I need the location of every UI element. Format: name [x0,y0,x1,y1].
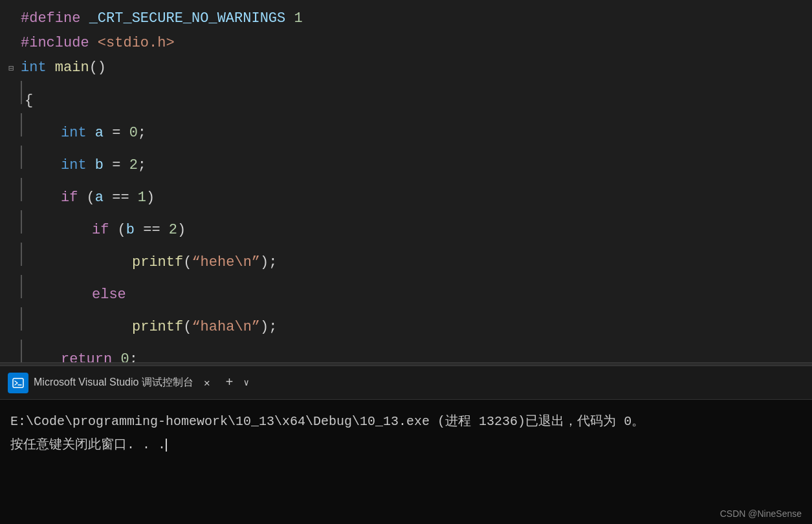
code-token: if [61,186,78,210]
code-line-6: int b = 2 ; [0,146,812,178]
terminal-wrapper: E:\Code\programming-homework\10_13\x64\D… [0,400,812,524]
vert-line [21,243,22,266]
code-token: == [104,186,138,210]
code-line-5: int a = 0 ; [0,113,812,146]
code-token: int [61,121,87,146]
code-token: ) [146,186,155,210]
code-token: b [126,218,135,243]
terminal-tab-label: Microsoft Visual Studio 调试控制台 [34,376,193,389]
vert-line [21,113,22,136]
code-line-7: if ( a == 1 ) [0,178,812,210]
code-token [47,56,55,80]
code-token [89,31,98,56]
code-token: a [95,186,104,210]
terminal-add-button[interactable]: + [226,375,234,390]
vert-line [21,275,22,298]
code-token: 1 [138,186,146,210]
vert-line [21,210,22,234]
code-token: a [95,121,104,146]
terminal-text: 按任意键关闭此窗口. . . [10,437,166,452]
terminal-line-1: E:\Code\programming-homework\10_13\x64\D… [10,410,802,433]
code-token: _CRT_SECURE_NO_WARNINGS [89,6,286,31]
watermark: CSDN @NineSense [720,508,802,519]
code-line-4: { [0,81,812,113]
code-token: ; [138,153,146,178]
code-token: “haha\n” [192,315,260,340]
code-token: <stdio.h> [98,31,175,56]
code-line-2: #include <stdio.h> [0,31,812,56]
terminal-line-2: 按任意键关闭此窗口. . . [10,433,802,457]
terminal-content: E:\Code\programming-homework\10_13\x64\D… [0,400,812,524]
terminal-icon [8,373,28,393]
terminal-chevron-button[interactable]: ∨ [244,377,249,388]
vert-line [21,307,22,331]
code-token: ); [260,250,277,275]
code-token: #include [21,31,89,56]
code-token: return [61,347,112,362]
code-token: ( [109,218,126,243]
code-token: int [21,56,47,80]
code-token: ) [177,218,186,243]
code-token: “hehe\n” [192,250,260,275]
code-token: else [92,283,126,307]
code-token: ( [183,315,192,340]
code-line-1: #define _CRT_SECURE_NO_WARNINGS 1 [0,6,812,31]
vert-line [21,81,22,104]
code-token: = [104,153,129,178]
code-editor: #define _CRT_SECURE_NO_WARNINGS 1 #inclu… [0,0,812,362]
code-token: b [95,153,104,178]
code-token [285,6,294,31]
vert-line [21,178,22,201]
code-token: int [61,153,87,178]
code-token: #define [21,6,80,31]
terminal-close-button[interactable]: ✕ [204,377,210,389]
code-token: 2 [169,218,177,243]
code-token [87,153,95,178]
code-line-11: printf ( “haha\n” ); [0,307,812,340]
code-line-10: else [0,275,812,307]
code-line-12: return 0 ; [0,340,812,362]
code-token: ( [183,250,192,275]
code-token: = [104,121,129,146]
collapse-icon[interactable]: ⊟ [8,56,14,81]
code-line-3: ⊟ int main () [0,56,812,81]
code-line-8: if ( b == 2 ) [0,210,812,243]
svg-rect-0 [13,378,23,388]
code-token: if [92,218,109,243]
code-token: ; [129,347,138,362]
code-token: 0 [120,347,129,362]
code-token: () [89,56,106,80]
code-token: main [55,56,89,80]
code-token [112,347,120,362]
vert-line [21,340,22,362]
terminal-cursor [166,439,167,452]
vert-line [21,146,22,169]
code-token: { [25,89,33,113]
code-token [80,6,89,31]
code-token: 0 [129,121,138,146]
code-token: printf [132,250,183,275]
terminal-tab-bar: Microsoft Visual Studio 调试控制台 ✕ + ∨ [0,366,812,400]
code-line-9: printf ( “hehe\n” ); [0,243,812,275]
code-token: ( [78,186,94,210]
code-token [87,121,95,146]
gutter-3: ⊟ [5,56,17,81]
code-token: printf [132,315,183,340]
code-token: 2 [129,153,138,178]
code-token: ; [138,121,146,146]
code-token: == [135,218,169,243]
code-token: 1 [294,6,302,31]
code-token: ); [260,315,277,340]
